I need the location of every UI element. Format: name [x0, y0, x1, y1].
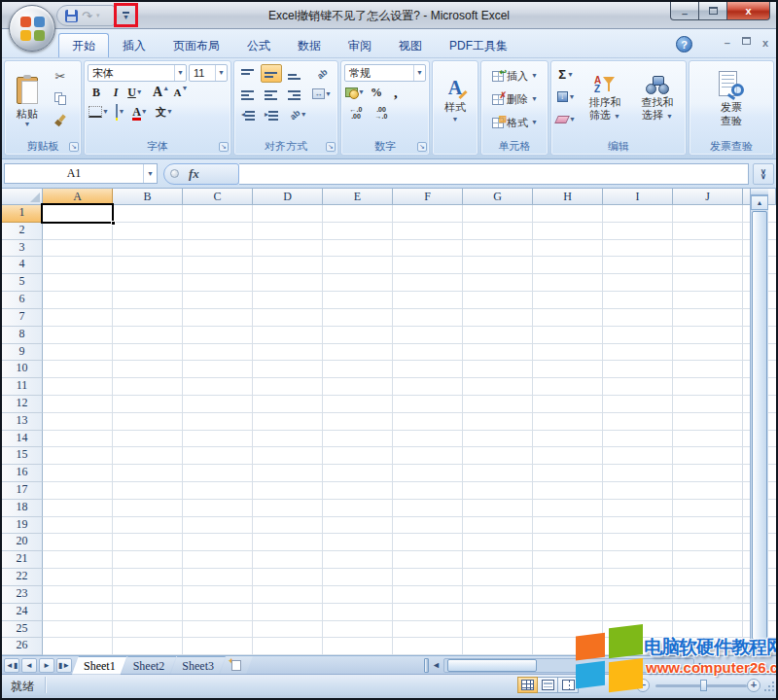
cell-H15[interactable]: [533, 447, 603, 465]
cell-E2[interactable]: [323, 223, 393, 240]
cell-E13[interactable]: [323, 413, 393, 431]
row-header-14[interactable]: 14: [2, 431, 43, 448]
redo-dropdown-icon[interactable]: ▾: [96, 12, 100, 19]
cell-A26[interactable]: [43, 638, 113, 655]
cell-F3[interactable]: [393, 240, 463, 258]
increase-indent-button[interactable]: ▸: [261, 105, 282, 123]
cell-D9[interactable]: [253, 344, 323, 362]
cell-H9[interactable]: [533, 344, 603, 362]
cell-I19[interactable]: [603, 517, 673, 535]
cell-C1[interactable]: [183, 205, 253, 223]
cell-C3[interactable]: [183, 240, 253, 258]
cell-G6[interactable]: [463, 292, 533, 309]
cell-J16[interactable]: [673, 465, 743, 482]
cell-F17[interactable]: [393, 482, 463, 500]
cell-J22[interactable]: [673, 569, 743, 586]
cell-I3[interactable]: [603, 240, 673, 258]
cell-D18[interactable]: [253, 500, 323, 517]
cell-J23[interactable]: [673, 586, 743, 604]
cell-J1[interactable]: [673, 205, 743, 223]
cell-J4[interactable]: [673, 257, 743, 274]
cell-G9[interactable]: [463, 344, 533, 362]
cell-D22[interactable]: [253, 569, 323, 586]
scroll-left-button[interactable]: ◄: [429, 660, 443, 670]
cell-H20[interactable]: [533, 534, 603, 551]
cell-I1[interactable]: [603, 205, 673, 223]
cell-F9[interactable]: [393, 344, 463, 362]
vertical-scrollbar[interactable]: ▲ ▼: [750, 189, 768, 655]
cell-A4[interactable]: [43, 257, 113, 274]
cell-J3[interactable]: [673, 240, 743, 258]
cell-D4[interactable]: [253, 257, 323, 274]
cell-D5[interactable]: [253, 274, 323, 292]
cell-E7[interactable]: [323, 309, 393, 327]
autosum-button[interactable]: Σ▼: [554, 64, 578, 85]
cell-B10[interactable]: [113, 361, 183, 378]
cell-I14[interactable]: [603, 431, 673, 448]
cell-F4[interactable]: [393, 257, 463, 274]
cell-E22[interactable]: [323, 569, 393, 586]
cell-C11[interactable]: [183, 378, 253, 396]
scroll-right-button[interactable]: ►: [694, 660, 709, 670]
cell-F2[interactable]: [393, 223, 463, 240]
cell-J18[interactable]: [673, 500, 743, 517]
fill-handle[interactable]: [111, 221, 116, 226]
cell-D3[interactable]: [253, 240, 323, 258]
cell-G14[interactable]: [463, 431, 533, 448]
cell-G5[interactable]: [463, 274, 533, 292]
cell-G1[interactable]: [463, 205, 533, 223]
grow-font-button[interactable]: A▲: [152, 84, 170, 101]
cell-H16[interactable]: [533, 465, 603, 482]
font-size-select[interactable]: 11▼: [189, 64, 228, 82]
cell-G24[interactable]: [463, 604, 533, 621]
cell-B21[interactable]: [113, 551, 183, 569]
cell-A15[interactable]: [43, 447, 113, 465]
cell-B14[interactable]: [113, 431, 183, 448]
invoice-check-button[interactable]: 发票 查验: [690, 61, 773, 133]
cell-G8[interactable]: [463, 327, 533, 344]
cell-G17[interactable]: [463, 482, 533, 500]
cell-B24[interactable]: [113, 604, 183, 621]
scroll-up-button[interactable]: ▲: [751, 195, 768, 210]
column-header-J[interactable]: J: [673, 189, 743, 205]
cell-C6[interactable]: [183, 292, 253, 309]
cell-E8[interactable]: [323, 327, 393, 344]
cell-E25[interactable]: [323, 621, 393, 639]
cell-B19[interactable]: [113, 517, 183, 535]
cell-J10[interactable]: [673, 361, 743, 378]
cell-I8[interactable]: [603, 327, 673, 344]
cell-D1[interactable]: [253, 205, 323, 223]
cell-G7[interactable]: [463, 309, 533, 327]
cell-D7[interactable]: [253, 309, 323, 327]
cell-I5[interactable]: [603, 274, 673, 292]
shrink-font-button[interactable]: A▼: [172, 84, 190, 101]
cell-H26[interactable]: [533, 638, 603, 655]
cell-F6[interactable]: [393, 292, 463, 309]
cell-I24[interactable]: [603, 604, 673, 621]
cell-J25[interactable]: [673, 621, 743, 639]
cell-D21[interactable]: [253, 551, 323, 569]
merge-center-button[interactable]: ↔▼: [311, 85, 333, 103]
cell-F18[interactable]: [393, 500, 463, 517]
delete-cells-button[interactable]: ✗ 删除▼: [484, 88, 545, 111]
minimize-button[interactable]: –: [670, 2, 699, 20]
zoom-out-button[interactable]: –: [636, 679, 650, 692]
cell-H11[interactable]: [533, 378, 603, 396]
orientation-button[interactable]: ab: [311, 64, 333, 83]
row-header-22[interactable]: 22: [2, 569, 43, 586]
cell-J13[interactable]: [673, 413, 743, 431]
row-header-4[interactable]: 4: [2, 257, 43, 274]
cell-I22[interactable]: [603, 569, 673, 586]
fill-color-button[interactable]: ▼: [112, 103, 129, 121]
workbook-close-button[interactable]: x: [762, 37, 768, 49]
align-bottom-button[interactable]: [284, 64, 305, 83]
workbook-restore-button[interactable]: [742, 37, 751, 45]
cell-E4[interactable]: [323, 257, 393, 274]
cell-A8[interactable]: [43, 327, 113, 344]
cell-I18[interactable]: [603, 500, 673, 517]
font-name-select[interactable]: 宋体▼: [88, 64, 187, 82]
row-header-3[interactable]: 3: [2, 240, 43, 258]
cell-G26[interactable]: [463, 638, 533, 655]
cell-E26[interactable]: [323, 638, 393, 655]
cell-G10[interactable]: [463, 361, 533, 378]
